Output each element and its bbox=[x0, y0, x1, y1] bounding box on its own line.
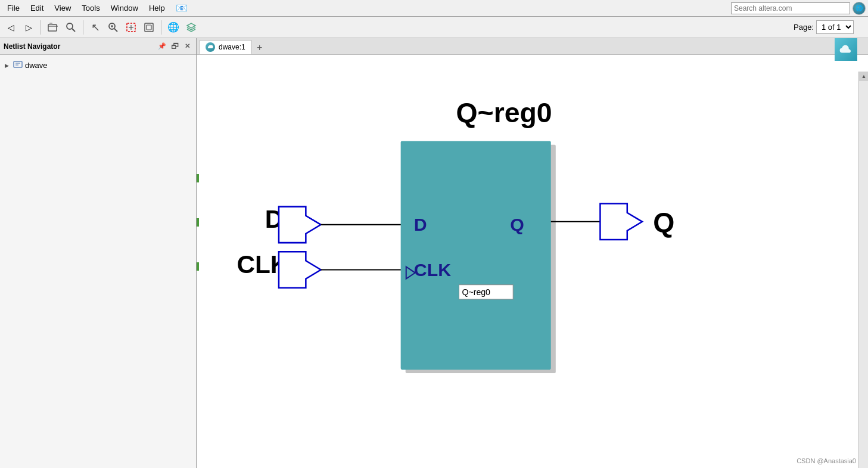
globe-icon[interactable]: 🌐 bbox=[853, 2, 866, 15]
component-inner-label: Q~reg0 bbox=[462, 287, 491, 297]
tab-dwave[interactable]: dwave:1 bbox=[199, 40, 252, 54]
tree-item-label-dwave: dwave bbox=[25, 61, 48, 70]
q-output-buffer bbox=[600, 204, 642, 240]
svg-point-2 bbox=[67, 23, 73, 29]
menu-bar: File Edit View Tools Window Help 📧 🌐 bbox=[0, 0, 868, 17]
circuit-diagram: Q~reg0 D CLK D bbox=[210, 72, 858, 468]
svg-rect-1 bbox=[49, 23, 52, 24]
svg-rect-11 bbox=[145, 23, 153, 32]
tab-label-dwave: dwave:1 bbox=[219, 43, 245, 51]
d-input-buffer bbox=[279, 207, 321, 243]
margin-indicator-3 bbox=[197, 262, 199, 271]
tree-arrow: ▶ bbox=[5, 63, 11, 69]
svg-line-3 bbox=[72, 29, 75, 32]
page-label: Page: bbox=[794, 23, 814, 32]
clk-input-buffer bbox=[279, 252, 321, 288]
vertical-scrollbar[interactable]: ▲ bbox=[858, 72, 868, 468]
q-output-label: Q bbox=[653, 207, 674, 238]
svg-rect-12 bbox=[147, 25, 151, 30]
netlist-tree: ▶ dwave bbox=[0, 55, 196, 468]
svg-rect-0 bbox=[48, 24, 57, 31]
back-button[interactable]: ◁ bbox=[2, 19, 19, 36]
main-layout: Netlist Navigator 📌 🗗 ✕ ▶ dwave bbox=[0, 38, 868, 468]
restore-icon[interactable]: 🗗 bbox=[169, 41, 180, 52]
q-port-label: Q bbox=[510, 215, 524, 234]
fit-button[interactable] bbox=[141, 19, 157, 36]
zoom-in-button[interactable] bbox=[105, 19, 122, 36]
toolbar-separator-1 bbox=[41, 20, 41, 35]
menu-tools[interactable]: Tools bbox=[77, 2, 104, 14]
cloud-button[interactable] bbox=[835, 38, 857, 61]
toolbar-separator-2 bbox=[83, 20, 83, 35]
find-button[interactable] bbox=[63, 19, 79, 36]
zoom-area-button[interactable] bbox=[123, 19, 139, 36]
netlist-navigator-header: Netlist Navigator 📌 🗗 ✕ bbox=[0, 38, 196, 55]
left-panel: Netlist Navigator 📌 🗗 ✕ ▶ dwave bbox=[0, 38, 197, 468]
globe-button[interactable]: 🌐 bbox=[165, 19, 182, 36]
toolbar: ◁ ▷ ↖ 🌐 Page: 1 of 1 bbox=[0, 17, 868, 38]
open-button[interactable] bbox=[45, 19, 61, 36]
menu-help[interactable]: Help bbox=[144, 2, 170, 14]
page-select[interactable]: 1 of 1 bbox=[816, 20, 854, 34]
svg-line-5 bbox=[114, 29, 117, 32]
scroll-up-arrow[interactable]: ▲ bbox=[859, 72, 868, 81]
layers-button[interactable] bbox=[183, 19, 200, 36]
forward-button[interactable]: ▷ bbox=[20, 19, 37, 36]
search-input[interactable] bbox=[731, 2, 850, 14]
tab-icon bbox=[206, 42, 215, 52]
right-panel: dwave:1 + Q~reg0 D CLK bbox=[197, 38, 868, 468]
margin-indicator-1 bbox=[197, 174, 199, 182]
tab-add-button[interactable]: + bbox=[253, 41, 266, 54]
margin-indicators bbox=[197, 174, 199, 271]
component-box bbox=[401, 141, 551, 370]
menu-file[interactable]: File bbox=[2, 2, 24, 14]
search-area: 🌐 bbox=[731, 2, 866, 15]
page-control: Page: 1 of 1 bbox=[794, 20, 854, 34]
tree-item-icon bbox=[13, 60, 23, 71]
canvas-area[interactable]: Q~reg0 D CLK D bbox=[197, 55, 868, 468]
tree-item-dwave[interactable]: ▶ dwave bbox=[2, 58, 194, 72]
menu-window[interactable]: Window bbox=[106, 2, 143, 14]
menu-edit[interactable]: Edit bbox=[26, 2, 48, 14]
toolbar-separator-3 bbox=[161, 20, 161, 35]
feedback-icon[interactable]: 📧 bbox=[171, 1, 192, 16]
svg-rect-13 bbox=[14, 61, 22, 67]
clk-port-label: CLK bbox=[414, 260, 451, 280]
select-button[interactable]: ↖ bbox=[87, 19, 104, 36]
tab-strip: dwave:1 + bbox=[197, 38, 868, 55]
margin-indicator-2 bbox=[197, 218, 199, 227]
circuit-title: Q~reg0 bbox=[456, 97, 552, 128]
pin-icon[interactable]: 📌 bbox=[157, 41, 167, 52]
close-icon[interactable]: ✕ bbox=[182, 41, 192, 52]
watermark: CSDN @Anastasia0 bbox=[797, 457, 856, 464]
netlist-navigator-title: Netlist Navigator bbox=[4, 42, 60, 51]
d-port-label: D bbox=[414, 215, 427, 234]
menu-view[interactable]: View bbox=[49, 2, 76, 14]
header-icons: 📌 🗗 ✕ bbox=[157, 41, 192, 52]
